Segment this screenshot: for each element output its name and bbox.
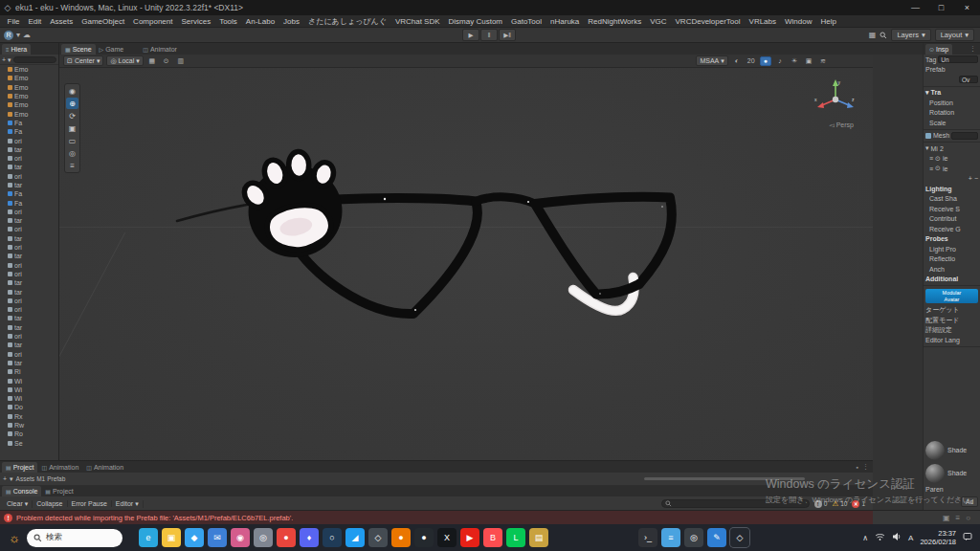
hierarchy-item[interactable]: ori [0, 297, 58, 305]
menu-item[interactable]: Help [816, 15, 840, 28]
menu-item[interactable]: Jobs [279, 15, 304, 28]
hierarchy-item[interactable]: tar [0, 359, 58, 367]
add-object-button[interactable]: + [2, 56, 6, 63]
drag-handle-icon[interactable]: ≡ [929, 165, 933, 172]
hierarchy-item[interactable]: Do [0, 403, 58, 411]
taskbar-clock[interactable]: 23:37 2026/02/18 [920, 529, 956, 547]
hierarchy-item[interactable]: Emo [0, 74, 58, 82]
pivot-dropdown[interactable]: ⊡ Center ▾ [63, 55, 103, 66]
remove-material-button[interactable]: − [974, 175, 978, 182]
lighting-property-row[interactable]: Receive S [924, 204, 980, 214]
menu-item[interactable]: さたにあしょっぴんぐ [304, 15, 391, 28]
hierarchy-item[interactable]: Rw [0, 421, 58, 430]
tray-chevron-icon[interactable]: ∧ [862, 534, 868, 542]
transform-tool-button[interactable]: ⊕ [66, 98, 78, 109]
taskbar-app-icon[interactable]: X [436, 527, 457, 548]
fog-toggle[interactable]: ● [760, 56, 771, 66]
taskbar-app-icon[interactable]: ▶ [459, 527, 480, 548]
hierarchy-item[interactable]: Emo [0, 100, 58, 109]
menu-item[interactable]: Component [129, 15, 177, 28]
hierarchy-item[interactable]: Wi [0, 376, 58, 385]
hierarchy-item[interactable]: tar [0, 163, 58, 171]
mesh-field[interactable] [951, 132, 978, 140]
taskbar-app-icon[interactable]: ○ [322, 527, 343, 548]
overrides-dropdown[interactable]: Ov [959, 76, 978, 83]
bottom-tab[interactable]: ◫ Animation [37, 462, 82, 473]
taskbar-app-icon[interactable]: ● [276, 527, 297, 548]
tag-dropdown[interactable]: Un [938, 55, 978, 63]
audio-toggle-icon[interactable]: ♪ [774, 57, 786, 64]
scene-viewport[interactable]: ◉⊕⟳▣▭◎≡ x z y ◅ Persp [59, 68, 873, 460]
taskbar-app-icon[interactable]: L [505, 527, 526, 548]
position-row[interactable]: Position [924, 98, 980, 108]
add-material-button[interactable]: + [969, 175, 972, 182]
transform-header[interactable]: ▾ Tra [924, 88, 980, 99]
breadcrumb-item[interactable]: M1 [36, 475, 45, 482]
hierarchy-item[interactable]: tar [0, 216, 58, 225]
material-element-row[interactable]: ≡ ⊙ ie [924, 164, 980, 174]
additional-header[interactable]: Additional [924, 275, 980, 285]
hierarchy-item[interactable]: ori [0, 332, 58, 341]
cloud-icon[interactable]: ☁ [23, 31, 31, 39]
hierarchy-item[interactable]: Emo [0, 83, 58, 92]
hierarchy-item[interactable]: Rx [0, 412, 58, 421]
taskbar-search-input[interactable]: 検索 [27, 529, 122, 547]
hierarchy-item[interactable]: Fa [0, 127, 58, 136]
maximize-button[interactable]: □ [928, 0, 954, 15]
object-picker-icon[interactable]: ⊙ [935, 165, 941, 172]
inspector-menu-icon[interactable]: ⋮ [969, 45, 976, 53]
taskbar-app-icon[interactable]: e [138, 527, 159, 548]
console-tab[interactable]: ▤ Console [2, 486, 41, 496]
hierarchy-item[interactable]: tar [0, 287, 58, 296]
close-button[interactable]: × [954, 0, 980, 15]
hierarchy-item[interactable]: tar [0, 323, 58, 332]
widgets-weather-icon[interactable]: ☼ [6, 531, 23, 545]
msaa-dropdown[interactable]: MSAA ▾ [696, 55, 727, 66]
transform-tool-button[interactable]: ◉ [66, 85, 78, 97]
probes-property-row[interactable]: Anch [924, 264, 980, 275]
hierarchy-item[interactable]: tar [0, 145, 58, 154]
menu-item[interactable]: Dismay Custom [444, 15, 506, 28]
projection-mode-label[interactable]: ◅ Persp [829, 121, 854, 129]
modular-avatar-property-row[interactable]: 配置モード [924, 316, 980, 326]
taskbar-app-icon[interactable]: ◆ [184, 527, 205, 548]
transform-tool-button[interactable]: ▭ [66, 135, 78, 146]
breadcrumb-item[interactable]: Assets [16, 475, 35, 482]
editor-dropdown[interactable]: Editor ▾ [112, 500, 144, 508]
menu-item[interactable]: VRChat SDK [390, 15, 444, 28]
hierarchy-item[interactable]: ori [0, 208, 58, 216]
project-add-button[interactable]: + [3, 475, 7, 482]
hierarchy-item[interactable]: Fa [0, 119, 58, 127]
step-button[interactable]: ▶‖ [499, 29, 516, 41]
lock-icon[interactable]: ▪ [857, 464, 858, 471]
camera-settings-icon[interactable]: ▣ [803, 57, 814, 65]
minimize-button[interactable]: — [902, 0, 928, 15]
modular-avatar-property-row[interactable]: ターゲット [924, 305, 980, 316]
hierarchy-item[interactable]: ori [0, 270, 58, 278]
snap-increment-icon[interactable]: ▥ [175, 57, 187, 65]
modular-avatar-property-row[interactable]: Editor Lang [924, 336, 980, 346]
lighting-header[interactable]: Lighting [924, 184, 980, 194]
hierarchy-item[interactable]: Fa [0, 198, 58, 207]
menu-item[interactable]: RedNightWorks [584, 15, 646, 28]
taskbar-app-icon[interactable]: ▤ [528, 527, 549, 548]
hierarchy-item[interactable]: Emo [0, 92, 58, 100]
taskbar-app-icon[interactable]: ♦ [299, 527, 320, 548]
taskbar-app-icon[interactable]: ● [413, 527, 434, 548]
taskbar-app-icon[interactable]: ✎ [706, 527, 727, 548]
grid-icon[interactable]: ▦ [869, 31, 877, 39]
menu-item[interactable]: Services [177, 15, 215, 28]
add-component-button[interactable]: Ad [961, 496, 978, 507]
material-element-row[interactable]: ≡ ⊙ ie [924, 154, 980, 165]
info-count[interactable]: ! 0 [814, 500, 828, 508]
taskbar-app-icon[interactable]: B [482, 527, 503, 548]
hierarchy-item[interactable]: tar [0, 181, 58, 189]
taskbar-app-icon[interactable]: ›_ [637, 527, 658, 548]
hierarchy-item[interactable]: Ri [0, 367, 58, 376]
volume-icon[interactable] [892, 532, 902, 543]
taskbar-app-icon[interactable]: ≡ [660, 527, 681, 548]
hierarchy-search-input[interactable] [13, 56, 56, 63]
bottom-tab[interactable]: ▤ Project [2, 462, 37, 473]
lighting-property-row[interactable]: Receive G [924, 224, 980, 234]
taskbar-app-icon[interactable]: ◇ [368, 527, 389, 548]
